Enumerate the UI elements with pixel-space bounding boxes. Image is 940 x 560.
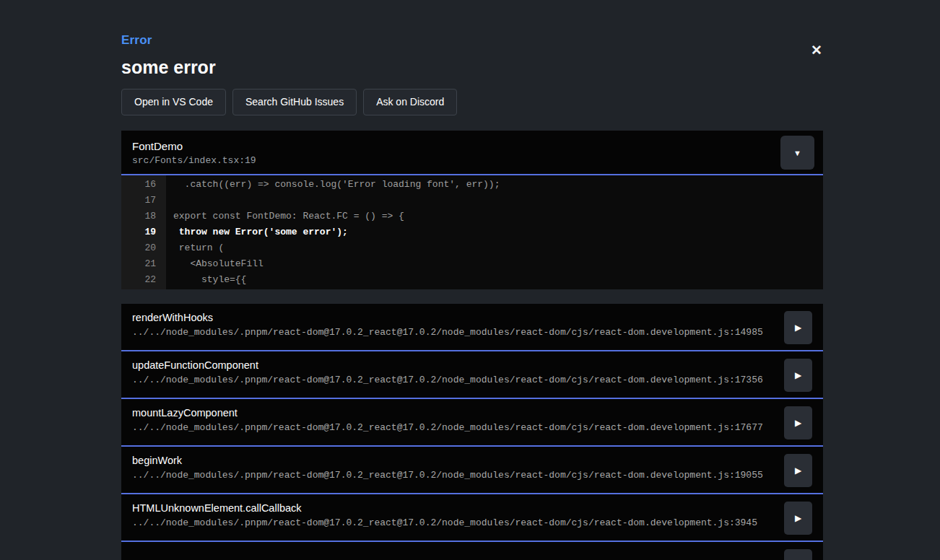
- code-frame-panel: FontDemo src/Fonts/index.tsx:19 ▼ 16 .ca…: [121, 131, 823, 289]
- line-code: [166, 193, 173, 209]
- code-line: 20 return (: [121, 240, 823, 256]
- line-number: 18: [121, 209, 166, 224]
- play-icon: ▶: [795, 465, 801, 476]
- collapse-code-button[interactable]: ▼: [780, 136, 814, 170]
- line-number: 22: [121, 272, 166, 288]
- expand-stack-frame-button[interactable]: ▶: [784, 359, 812, 392]
- stack-frame-path: ../../node_modules/.pnpm/react-dom@17.0.…: [132, 327, 773, 338]
- line-code: <AbsoluteFill: [166, 256, 264, 272]
- stack-frame-name: HTMLUnknownElement.callCallback: [132, 502, 773, 514]
- line-code: .catch((err) => console.log('Error loadi…: [166, 177, 500, 193]
- play-icon: ▶: [795, 418, 801, 428]
- expand-stack-frame-button[interactable]: ▶: [784, 454, 812, 487]
- line-code: return (: [166, 240, 224, 256]
- stack-frame-name: mountLazyComponent: [132, 407, 773, 419]
- ask-on-discord-button[interactable]: Ask on Discord: [363, 89, 457, 115]
- code-line: 16 .catch((err) => console.log('Error lo…: [121, 177, 823, 193]
- play-icon: ▶: [795, 513, 801, 523]
- stack-frame-row[interactable]: HTMLUnknownElement.callCallback ../../no…: [121, 494, 823, 542]
- stack-frame-path: ../../node_modules/.pnpm/react-dom@17.0.…: [132, 470, 773, 481]
- expand-stack-frame-button[interactable]: ▶: [784, 549, 812, 560]
- code-frame-header: FontDemo src/Fonts/index.tsx:19 ▼: [121, 131, 823, 175]
- error-kicker: Error: [121, 33, 823, 48]
- stack-frame-row[interactable]: renderWithHooks ../../node_modules/.pnpm…: [121, 304, 823, 351]
- code-line: 17: [121, 193, 823, 209]
- stack-frame-path: ../../node_modules/.pnpm/react-dom@17.0.…: [132, 517, 773, 528]
- stack-frame-name: beginWork: [132, 455, 773, 466]
- code-line: 18 export const FontDemo: React.FC = () …: [121, 209, 823, 224]
- play-icon: ▶: [795, 370, 801, 380]
- line-number: 16: [121, 177, 166, 193]
- line-number: 21: [121, 256, 166, 272]
- code-line: 19 throw new Error('some error');: [121, 224, 823, 240]
- stack-frame-name: updateFunctionComponent: [132, 359, 773, 371]
- line-code: style={{: [166, 272, 246, 288]
- line-code: export const FontDemo: React.FC = () => …: [166, 209, 404, 224]
- line-number: 19: [121, 224, 166, 240]
- stack-frame-row[interactable]: mountLazyComponent ../../node_modules/.p…: [121, 399, 823, 447]
- line-number: 20: [121, 240, 166, 256]
- stack-frame-name: renderWithHooks: [132, 312, 773, 323]
- expand-stack-frame-button[interactable]: ▶: [784, 502, 812, 535]
- stack-frame-row[interactable]: updateFunctionComponent ../../node_modul…: [121, 351, 823, 399]
- action-buttons-row: Open in VS Code Search GitHub Issues Ask…: [121, 89, 823, 115]
- play-icon: ▶: [795, 323, 801, 333]
- error-message-title: some error: [121, 57, 823, 78]
- search-github-issues-button[interactable]: Search GitHub Issues: [232, 89, 357, 115]
- error-overlay: Error ✕ some error Open in VS Code Searc…: [0, 0, 940, 560]
- expand-stack-frame-button[interactable]: ▶: [784, 406, 812, 439]
- code-lines: 16 .catch((err) => console.log('Error lo…: [121, 175, 823, 289]
- line-code: throw new Error('some error');: [166, 224, 348, 240]
- open-in-vscode-button[interactable]: Open in VS Code: [121, 89, 226, 115]
- stack-frame-path: ../../node_modules/.pnpm/react-dom@17.0.…: [132, 422, 773, 433]
- line-number: 17: [121, 193, 166, 209]
- code-line: 22 style={{: [121, 272, 823, 288]
- chevron-down-icon: ▼: [793, 149, 801, 157]
- stack-frame-row[interactable]: beginWork ../../node_modules/.pnpm/react…: [121, 447, 823, 494]
- stack-frame-row[interactable]: ▶: [121, 542, 823, 560]
- frame-function-name: FontDemo: [132, 140, 823, 152]
- frame-file-location: src/Fonts/index.tsx:19: [132, 155, 823, 166]
- stack-frame-path: ../../node_modules/.pnpm/react-dom@17.0.…: [132, 375, 773, 385]
- close-icon[interactable]: ✕: [811, 43, 822, 57]
- code-line: 21 <AbsoluteFill: [121, 256, 823, 272]
- expand-stack-frame-button[interactable]: ▶: [784, 311, 812, 344]
- stack-trace-list: renderWithHooks ../../node_modules/.pnpm…: [121, 304, 823, 560]
